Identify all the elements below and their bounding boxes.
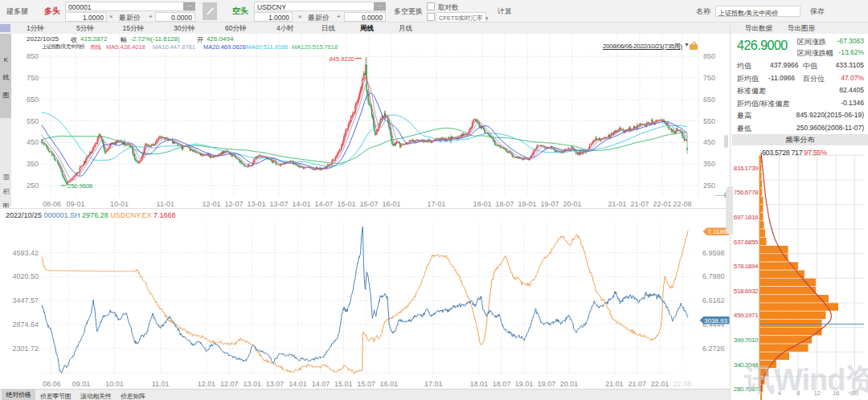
svg-text:350: 350	[703, 160, 715, 168]
svg-text:18.01: 18.01	[470, 380, 489, 387]
svg-text:3038.93: 3038.93	[704, 317, 727, 324]
svg-text:2301.72: 2301.72	[12, 345, 39, 353]
svg-text:850: 850	[703, 52, 715, 60]
svg-text:16-01: 16-01	[382, 200, 400, 208]
svg-text:6.9598: 6.9598	[702, 249, 725, 257]
svg-text:17.01: 17.01	[424, 380, 443, 387]
svg-text:21-01: 21-01	[608, 200, 626, 208]
svg-text:09.01: 09.01	[72, 380, 91, 387]
svg-text:399.7010: 399.7010	[734, 337, 759, 344]
svg-text:09-01: 09-01	[66, 200, 84, 208]
svg-text:08-06: 08-06	[43, 200, 61, 208]
svg-text:756.6778: 756.6778	[734, 189, 759, 196]
svg-text:14.01: 14.01	[289, 380, 307, 387]
svg-text:15-07: 15-07	[359, 200, 378, 208]
svg-text:22.01: 22.01	[651, 380, 669, 387]
svg-text:845.9220: 845.9220	[330, 55, 354, 63]
svg-text:11-01: 11-01	[157, 200, 174, 208]
svg-text:14.07: 14.07	[312, 380, 330, 387]
svg-text:14-01: 14-01	[292, 200, 310, 208]
svg-text:250: 250	[703, 182, 715, 190]
svg-text:21.01: 21.01	[605, 380, 624, 387]
svg-text:459.1971: 459.1971	[734, 312, 759, 319]
svg-text:08.06: 08.06	[43, 380, 61, 387]
svg-text:21.07: 21.07	[628, 380, 647, 387]
svg-text:19-07: 19-07	[540, 200, 559, 208]
svg-text:14-07: 14-07	[314, 200, 333, 208]
svg-text:11.01: 11.01	[152, 380, 170, 387]
svg-text:19.07: 19.07	[538, 380, 556, 387]
svg-text:12.01: 12.01	[198, 380, 216, 387]
svg-text:13-07: 13-07	[269, 200, 288, 208]
svg-text:550: 550	[27, 117, 39, 125]
svg-text:15.01: 15.01	[334, 380, 353, 387]
svg-text:4593.42: 4593.42	[12, 249, 39, 257]
svg-text:578.1894: 578.1894	[734, 263, 759, 270]
svg-text:13.07: 13.07	[266, 380, 285, 387]
svg-text:6.2726: 6.2726	[702, 345, 725, 353]
svg-text:15-01: 15-01	[337, 200, 355, 208]
svg-text:21-07: 21-07	[630, 200, 649, 208]
svg-text:250: 250	[27, 182, 39, 190]
svg-text:18.07: 18.07	[493, 380, 511, 387]
svg-text:17-01: 17-01	[427, 200, 445, 208]
svg-text:12-07: 12-07	[224, 200, 243, 208]
svg-text:3447.57: 3447.57	[12, 296, 39, 304]
svg-text:450: 450	[703, 138, 715, 146]
svg-text:16.01: 16.01	[380, 380, 399, 387]
svg-text:2874.64: 2874.64	[12, 320, 39, 329]
svg-text:4020.50: 4020.50	[12, 272, 39, 280]
svg-text:19-01: 19-01	[518, 200, 536, 208]
svg-text:550: 550	[703, 117, 715, 125]
svg-text:12-01: 12-01	[202, 200, 220, 208]
svg-text:7.1186: 7.1186	[708, 228, 727, 235]
svg-text:350: 350	[27, 160, 39, 168]
svg-text:15.07: 15.07	[357, 380, 375, 387]
svg-text:13-01: 13-01	[247, 200, 265, 208]
svg-text:650: 650	[703, 96, 715, 104]
svg-text:6.7880: 6.7880	[702, 272, 725, 280]
svg-text:450: 450	[27, 138, 39, 146]
svg-text:637.6855: 637.6855	[734, 239, 759, 246]
svg-text:6.6162: 6.6162	[702, 296, 725, 304]
svg-text:18-07: 18-07	[495, 200, 514, 208]
svg-text:750: 750	[703, 74, 715, 82]
svg-text:10.01: 10.01	[105, 380, 124, 387]
svg-text:22-01: 22-01	[653, 200, 671, 208]
svg-text:10-01: 10-01	[110, 200, 129, 208]
svg-text:750: 750	[27, 74, 39, 82]
svg-text:20-01: 20-01	[563, 200, 581, 208]
svg-text:850: 850	[27, 52, 39, 60]
svg-text:603.5728 717 97.55%: 603.5728 717 97.55%	[762, 149, 827, 157]
svg-text:18-01: 18-01	[473, 200, 491, 208]
svg-text:816.1739: 816.1739	[734, 165, 759, 172]
svg-text:22-08: 22-08	[673, 200, 691, 208]
svg-text:19.01: 19.01	[515, 380, 534, 387]
svg-text:518.6932: 518.6932	[734, 288, 759, 295]
svg-text:12.07: 12.07	[220, 380, 239, 387]
svg-text:697.1816: 697.1816	[734, 214, 759, 221]
svg-text:250.9606: 250.9606	[68, 182, 92, 190]
svg-text:20.01: 20.01	[560, 380, 579, 387]
svg-text:13.01: 13.01	[243, 380, 261, 387]
svg-text:650: 650	[27, 96, 39, 104]
